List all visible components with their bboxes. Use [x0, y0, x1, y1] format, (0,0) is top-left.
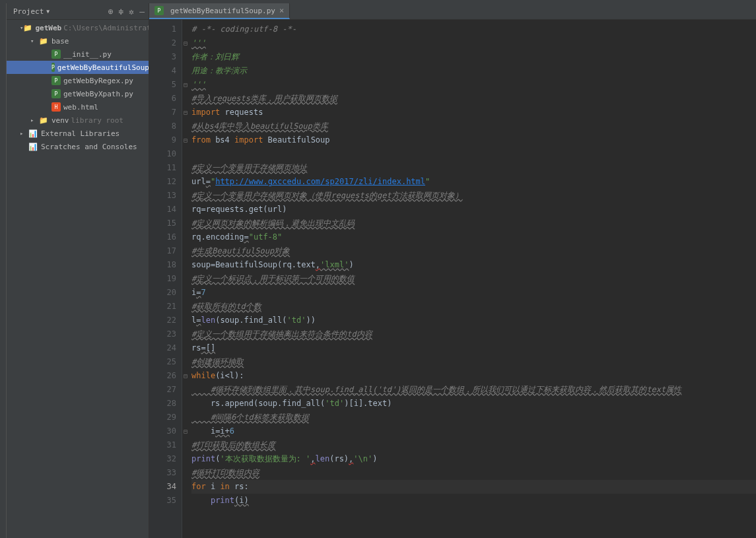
expand-all-icon[interactable]: ≑ [119, 7, 124, 17]
tree-root-getweb[interactable]: ▾ getWeb C:\Users\Administrat [7, 21, 149, 34]
code-line: rq.encoding="utf-8" [191, 230, 756, 244]
tree-file-regex[interactable]: getWebByRegex.py [7, 74, 149, 87]
code-line: ''' [191, 78, 756, 92]
code-area[interactable]: # -*- coding:utf-8 -*- ''' 作者：刘日辉 用途：教学演… [189, 20, 756, 538]
tree-file-xpath[interactable]: getWebByXpath.py [7, 87, 149, 100]
left-tool-gutter[interactable] [0, 3, 7, 538]
tab-getwebbybeautifulsoup[interactable]: getWebByBeautifulSoup.py × [149, 3, 290, 19]
project-dropdown-label[interactable]: Project [13, 7, 44, 16]
tree-folder-venv[interactable]: ▸ venv library root [7, 114, 149, 127]
tree-file-webhtml[interactable]: web.html [7, 100, 149, 114]
code-line: rs=[] [191, 341, 756, 355]
project-tree: ▾ getWeb C:\Users\Administrat ▾ base __i… [7, 20, 149, 538]
code-line: #创建循环抽取 [191, 355, 756, 369]
folder-icon [38, 37, 49, 46]
html-file-icon [52, 102, 61, 112]
python-file-icon [52, 63, 55, 72]
code-line: import requests [191, 106, 756, 119]
code-line: #生成BeautifulSoup对象 [191, 244, 756, 258]
editor-area: getWebByBeautifulSoup.py × 12345678910 1… [149, 3, 756, 538]
code-line: #定义网页对象的解析编码，避免出现中文乱码 [191, 217, 756, 230]
chevron-down-icon[interactable]: ▾ [30, 38, 38, 44]
code-line: #打印获取后的数组长度 [191, 438, 756, 452]
code-line: print(i) [191, 494, 756, 508]
python-file-icon [52, 76, 61, 85]
editor: 12345678910 11121314151617181920 2122232… [149, 20, 756, 538]
code-line: ''' [191, 36, 756, 50]
tree-external-libraries[interactable]: ▸ External Libraries [7, 127, 149, 140]
tree-file-beautifulsoup[interactable]: getWebByBeautifulSoup. [7, 61, 149, 74]
code-line: print('本次获取数据数量为: ',len(rs),'\n') [191, 452, 756, 466]
code-line: #导入requests类库，用户获取网页数据 [191, 92, 756, 106]
code-line: l=len(soup.find_all('td')) [191, 314, 756, 327]
code-line: #循环打印数组内容 [191, 466, 756, 480]
locate-icon[interactable]: ⊕ [108, 7, 114, 17]
code-line: i=7 [191, 286, 756, 300]
tree-scratches[interactable]: Scratches and Consoles [7, 140, 149, 153]
project-sidebar: Project ▼ ⊕ ≑ ✲ — ▾ getWeb C:\Users\Admi… [7, 3, 149, 538]
main-container: Project ▼ ⊕ ≑ ✲ — ▾ getWeb C:\Users\Admi… [0, 3, 756, 538]
code-line: 作者：刘日辉 [191, 50, 756, 64]
fold-gutter[interactable]: ⊟⊟⊟⊟ ⊟⊟ [182, 20, 189, 538]
line-number-gutter[interactable]: 12345678910 11121314151617181920 2122232… [149, 20, 182, 538]
library-icon [28, 129, 38, 138]
folder-icon [38, 116, 49, 125]
code-line: url="http://www.gxccedu.com/sp2017/zli/i… [191, 175, 756, 189]
sidebar-header: Project ▼ ⊕ ≑ ✲ — [7, 3, 149, 20]
chevron-right-icon[interactable]: ▸ [30, 117, 38, 123]
scratches-icon [28, 143, 38, 151]
python-file-icon [52, 89, 61, 98]
code-line: rq=requests.get(url) [191, 203, 756, 217]
code-line: i=i+6 [191, 424, 756, 438]
code-line: from bs4 import BeautifulSoup [191, 133, 756, 147]
code-line: # -*- coding:utf-8 -*- [191, 22, 756, 36]
tree-folder-base[interactable]: ▾ base [7, 34, 149, 48]
hide-icon[interactable]: — [139, 7, 145, 17]
code-line: #获取所有的td个数 [191, 300, 756, 314]
tree-file-init[interactable]: __init__.py [7, 48, 149, 61]
code-line: #定义一个变量用于存储网页地址 [191, 161, 756, 175]
code-line [191, 147, 756, 161]
editor-tabs: getWebByBeautifulSoup.py × [149, 3, 756, 20]
python-file-icon [155, 6, 164, 15]
close-icon[interactable]: × [279, 6, 284, 15]
chevron-right-icon[interactable]: ▸ [20, 130, 28, 137]
project-dropdown-arrow-icon[interactable]: ▼ [46, 9, 50, 15]
code-line: 用途：教学演示 [191, 64, 756, 78]
code-line: #定义一个变量用户存储网页对象（使用requests的get方法获取网页对象） [191, 189, 756, 203]
code-line: #从bs4库中导入beautifulSoup类库 [191, 119, 756, 133]
code-line: #定义一个标识点，用于标识第一个可用的数值 [191, 272, 756, 286]
code-line: rs.append(soup.find_all('td')[i].text) [191, 397, 756, 411]
settings-icon[interactable]: ✲ [129, 7, 134, 17]
code-line: while(i<l): [191, 369, 756, 383]
python-file-icon [52, 50, 61, 59]
code-line: #定义一个数组用于存储抽离出来符合条件的td内容 [191, 327, 756, 341]
code-line: #循环存储到数组里面，其中soup.find_all('td')返回的是一个数组… [191, 383, 756, 397]
code-line: soup=BeautifulSoup(rq.text,'lxml') [191, 258, 756, 272]
folder-icon [23, 24, 32, 32]
code-line: for i in rs: [191, 480, 756, 494]
code-line: #间隔6个td标签来获取数据 [191, 411, 756, 424]
